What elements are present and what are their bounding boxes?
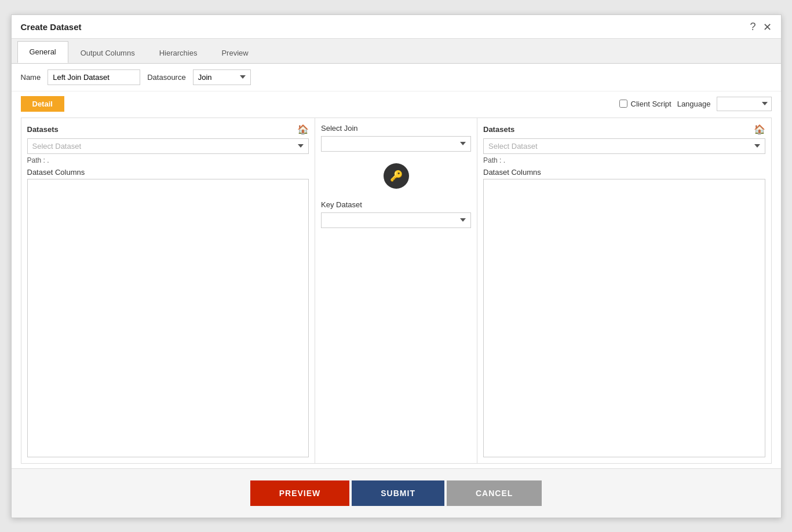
right-home-icon[interactable]: 🏠 — [754, 124, 765, 135]
language-label: Language — [677, 100, 711, 108]
header-icons: ? ✕ — [750, 21, 771, 34]
left-path-row: Path : . — [27, 156, 309, 164]
left-datasets-label: Datasets — [27, 125, 59, 134]
create-dataset-dialog: Create Dataset ? ✕ General Output Column… — [11, 14, 782, 518]
key-dataset-label: Key Dataset — [321, 200, 362, 209]
left-columns-box — [27, 179, 309, 457]
footer: PREVIEW SUBMIT CANCEL — [12, 468, 781, 518]
detail-area: Detail Client Script Language JavaScript… — [12, 91, 781, 468]
tab-preview[interactable]: Preview — [209, 42, 260, 63]
right-columns-box — [483, 179, 765, 457]
submit-button[interactable]: SUBMIT — [352, 480, 444, 506]
client-script-checkbox[interactable] — [619, 100, 627, 108]
key-icon: 🔑 — [390, 170, 403, 182]
dialog-title: Create Dataset — [21, 22, 82, 32]
right-path-row: Path : . — [483, 156, 765, 164]
name-input[interactable] — [48, 69, 140, 85]
three-column-layout: Datasets 🏠 Select Dataset Path : . Datas… — [21, 118, 772, 464]
left-dataset-select[interactable]: Select Dataset — [27, 138, 309, 154]
tab-hierarchies[interactable]: Hierarchies — [147, 42, 210, 63]
datasource-select[interactable]: Join SQL CSV XML — [193, 69, 251, 85]
detail-button[interactable]: Detail — [21, 96, 64, 112]
tab-general[interactable]: General — [17, 41, 68, 63]
left-home-icon[interactable]: 🏠 — [297, 124, 309, 135]
tab-output-columns[interactable]: Output Columns — [68, 42, 147, 63]
client-script-label: Client Script — [631, 100, 671, 108]
language-select[interactable]: JavaScript Python Groovy — [717, 97, 772, 111]
right-panel-header: Datasets 🏠 — [483, 124, 765, 135]
key-icon-circle: 🔑 — [384, 163, 409, 189]
right-datasets-label: Datasets — [483, 125, 514, 134]
left-columns-label: Dataset Columns — [27, 168, 309, 177]
right-panel: Datasets 🏠 Select Dataset Path : . Datas… — [477, 118, 771, 463]
tabs-bar: General Output Columns Hierarchies Previ… — [12, 39, 781, 64]
client-script-checkbox-wrap: Client Script — [619, 100, 671, 108]
select-join-label: Select Join — [321, 124, 358, 133]
client-script-area: Client Script Language JavaScript Python… — [619, 97, 772, 111]
right-columns-label: Dataset Columns — [483, 168, 765, 177]
detail-toolbar: Detail Client Script Language JavaScript… — [21, 96, 772, 112]
cancel-button[interactable]: CANCEL — [447, 480, 542, 506]
middle-panel: Select Join Inner Join Left Join Right J… — [315, 118, 477, 463]
dialog-header: Create Dataset ? ✕ — [12, 15, 781, 39]
key-dataset-select[interactable] — [321, 212, 471, 228]
left-panel-header: Datasets 🏠 — [27, 124, 309, 135]
right-dataset-select[interactable]: Select Dataset — [483, 138, 765, 154]
name-datasource-row: Name Datasource Join SQL CSV XML — [12, 64, 781, 91]
join-select[interactable]: Inner Join Left Join Right Join Full Joi… — [321, 136, 471, 152]
help-icon[interactable]: ? — [750, 21, 755, 33]
close-icon[interactable]: ✕ — [763, 21, 772, 34]
datasource-label: Datasource — [147, 73, 185, 82]
name-label: Name — [21, 73, 41, 82]
left-panel: Datasets 🏠 Select Dataset Path : . Datas… — [21, 118, 316, 463]
preview-button[interactable]: PREVIEW — [250, 480, 350, 506]
